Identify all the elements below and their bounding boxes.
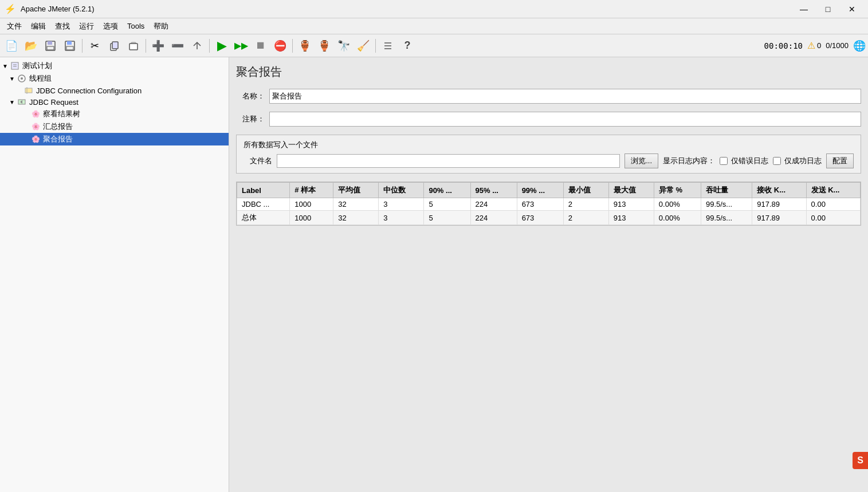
cell-label-1: 总体 [237, 211, 290, 225]
cell-avg-1: 32 [333, 211, 379, 225]
svg-rect-2 [47, 46, 54, 50]
global-icon: 🌐 [853, 40, 866, 52]
remote-stop-button[interactable]: 🏺 [315, 37, 333, 55]
comment-row: 注释： [236, 112, 861, 127]
sep1 [82, 39, 83, 53]
cell-median-0: 3 [379, 198, 424, 211]
menu-bar: 文件 编辑 查找 运行 选项 Tools 帮助 [0, 18, 868, 34]
data-table: Label # 样本 平均值 中位数 90% ... 95% ... 99% .… [237, 182, 861, 225]
save-as-button[interactable] [41, 37, 60, 55]
comment-label: 注释： [236, 114, 265, 124]
remote-start-button[interactable]: 🏺 [296, 37, 314, 55]
cell-throughput-1: 99.5/s... [701, 211, 752, 225]
comment-input[interactable] [269, 112, 861, 127]
cell-90pct-1: 5 [424, 211, 470, 225]
col-samples: # 样本 [290, 183, 333, 198]
browse-button[interactable]: 浏览... [625, 153, 658, 168]
table-header: Label # 样本 平均值 中位数 90% ... 95% ... 99% .… [237, 183, 861, 198]
error-log-checkbox[interactable] [720, 157, 728, 165]
view-results-icon: 🌸 [30, 109, 41, 119]
cell-95pct-0: 224 [470, 198, 517, 211]
svg-rect-14 [11, 62, 18, 69]
clear-all-button[interactable]: 🧹 [354, 37, 372, 55]
toolbar-right: 00:00:10 ⚠ 0 0/1000 🌐 [764, 40, 866, 52]
menu-find[interactable]: 查找 [50, 19, 74, 34]
tree-arrow-thread-group: ▼ [9, 76, 16, 82]
svg-rect-5 [66, 46, 73, 50]
menu-run[interactable]: 运行 [74, 19, 99, 34]
cell-throughput-0: 99.5/s... [701, 198, 752, 211]
play-no-pause-button[interactable]: ▶▶ [232, 37, 250, 55]
warning-badge: ⚠ 0 [807, 40, 821, 51]
new-button[interactable]: 📄 [2, 37, 21, 55]
thread-group-icon [16, 74, 28, 83]
file-section: 所有数据写入一个文件 文件名 浏览... 显示日志内容： 仅错误日志 仅成功日志… [236, 135, 861, 174]
sidebar-item-test-plan[interactable]: ▼ 测试计划 [0, 60, 229, 72]
data-table-container: Label # 样本 平均值 中位数 90% ... 95% ... 99% .… [236, 182, 861, 226]
summary-report-icon: 🌸 [30, 122, 41, 131]
sidebar-item-jdbc-config[interactable]: JDBC Connection Configuration [0, 85, 229, 96]
jdbc-config-label: JDBC Connection Configuration [36, 86, 142, 95]
svg-rect-4 [67, 41, 72, 45]
save-button[interactable] [61, 37, 79, 55]
search-button[interactable]: 🔭 [335, 37, 353, 55]
table-row: 总体 1000 32 3 5 224 673 2 913 0.00% 99.5/… [237, 211, 861, 225]
svg-rect-19 [25, 88, 32, 93]
svg-rect-7 [112, 42, 118, 49]
maximize-button[interactable]: □ [816, 1, 839, 17]
sidebar-item-summary-report[interactable]: 🌸 汇总报告 [0, 120, 229, 133]
menu-file[interactable]: 文件 [2, 19, 26, 34]
test-plan-icon [9, 61, 21, 70]
sep2 [146, 39, 146, 53]
sidebar: ▼ 测试计划 ▼ 线程组 JDBC Connection Configurati… [0, 57, 229, 492]
summary-report-label: 汇总报告 [43, 121, 73, 132]
remove-button[interactable]: ➖ [168, 37, 187, 55]
file-input[interactable] [277, 154, 620, 168]
name-label: 名称： [236, 91, 265, 101]
stop-button[interactable]: ⏹ [252, 37, 270, 55]
cell-99pct-1: 673 [517, 211, 563, 225]
error-log-row: 仅错误日志 [720, 156, 768, 166]
timer-display: 00:00:10 [764, 41, 803, 50]
play-button[interactable]: ▶ [213, 37, 231, 55]
section-title: 聚合报告 [236, 64, 861, 80]
window-controls: — □ ✕ [792, 1, 863, 17]
title-bar: ⚡ Apache JMeter (5.2.1) — □ ✕ [0, 0, 868, 18]
toolbar: 📄 📂 ✂ ➕ ➖ ▶ ▶▶ ⏹ ⛔ 🏺 🏺 🔭 🧹 ? 00:00:10 ⚠ … [0, 34, 868, 57]
warning-icon: ⚠ [807, 40, 815, 51]
col-throughput: 吞吐量 [701, 183, 752, 198]
name-input[interactable] [269, 89, 861, 104]
sidebar-item-jdbc-request[interactable]: ▼ JDBC Request [0, 96, 229, 108]
clear-button[interactable] [188, 37, 206, 55]
close-button[interactable]: ✕ [840, 1, 863, 17]
cut-button[interactable]: ✂ [85, 37, 104, 55]
cell-sent-1: 0.00 [806, 211, 860, 225]
sidebar-item-view-results-tree[interactable]: 🌸 察看结果树 [0, 108, 229, 120]
cell-min-1: 2 [563, 211, 608, 225]
success-log-checkbox[interactable] [773, 157, 781, 165]
minimize-button[interactable]: — [792, 1, 815, 17]
main-layout: ▼ 测试计划 ▼ 线程组 JDBC Connection Configurati… [0, 57, 868, 492]
sidebar-item-thread-group[interactable]: ▼ 线程组 [0, 72, 229, 85]
col-median: 中位数 [379, 183, 424, 198]
copy-button[interactable] [105, 37, 123, 55]
col-error: 异常 % [654, 183, 701, 198]
config-button[interactable]: 配置 [826, 153, 854, 168]
aggregate-report-icon: 🌸 [30, 135, 41, 144]
menu-options[interactable]: 选项 [99, 19, 123, 34]
cell-recv-1: 917.89 [752, 211, 806, 225]
help-button[interactable]: ? [398, 37, 417, 55]
open-button[interactable]: 📂 [22, 37, 40, 55]
sidebar-item-aggregate-report[interactable]: 🌸 聚合报告 [0, 133, 229, 145]
paste-button[interactable] [124, 37, 143, 55]
cell-avg-0: 32 [333, 198, 379, 211]
cell-error-0: 0.00% [654, 198, 701, 211]
menu-help[interactable]: 帮助 [149, 19, 173, 34]
menu-edit[interactable]: 编辑 [26, 19, 50, 34]
cell-sent-0: 0.00 [806, 198, 860, 211]
menu-tools[interactable]: Tools [123, 19, 149, 33]
list-button[interactable] [379, 37, 397, 55]
shutdown-button[interactable]: ⛔ [271, 37, 289, 55]
cell-max-1: 913 [608, 211, 654, 225]
add-button[interactable]: ➕ [149, 37, 167, 55]
